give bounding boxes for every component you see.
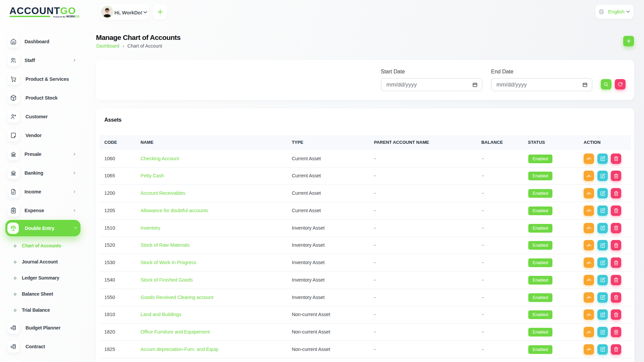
svg-text:$: $ xyxy=(10,345,12,349)
svg-text:$: $ xyxy=(10,326,12,330)
